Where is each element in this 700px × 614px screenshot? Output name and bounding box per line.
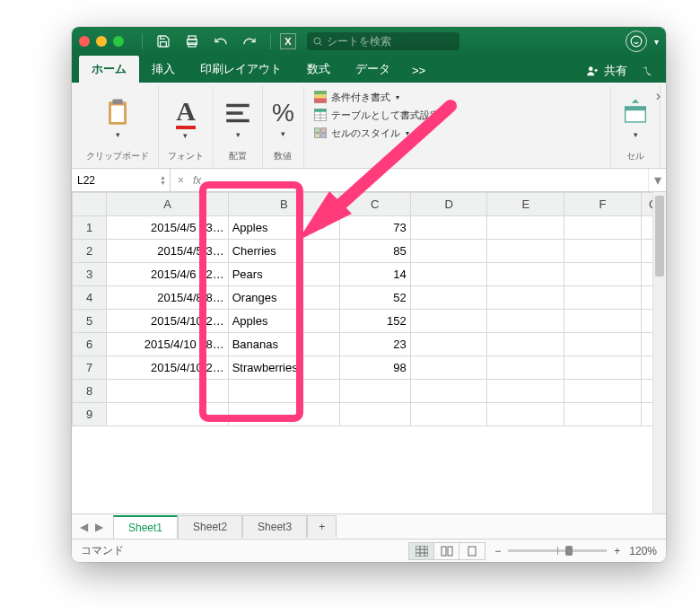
cell[interactable]: [564, 240, 642, 263]
cell[interactable]: [410, 333, 487, 356]
cell[interactable]: [410, 216, 487, 240]
chevron-down-icon[interactable]: ▾: [654, 37, 659, 47]
zoom-button[interactable]: [113, 36, 124, 47]
cell[interactable]: 2015/4/10 2…: [107, 356, 228, 380]
zoom-slider[interactable]: − +: [494, 545, 620, 557]
paste-button[interactable]: ▾: [102, 98, 133, 139]
row-header[interactable]: 9: [73, 403, 107, 426]
cell[interactable]: [410, 310, 487, 333]
cell[interactable]: [564, 263, 642, 286]
cell[interactable]: [228, 403, 339, 426]
view-normal-icon[interactable]: [409, 543, 434, 559]
col-header[interactable]: A: [107, 193, 228, 216]
zoom-in-button[interactable]: +: [614, 545, 620, 557]
row-header[interactable]: 6: [73, 333, 107, 356]
cell[interactable]: Apples: [228, 216, 339, 240]
redo-icon[interactable]: [238, 32, 261, 50]
cell[interactable]: [564, 356, 642, 380]
cell[interactable]: Apples: [228, 310, 339, 333]
cell[interactable]: [487, 380, 564, 403]
select-all-corner[interactable]: [73, 193, 107, 216]
cell[interactable]: Pears: [228, 263, 339, 286]
cell[interactable]: [487, 356, 564, 380]
cell[interactable]: [564, 333, 642, 356]
minimize-button[interactable]: [96, 36, 107, 47]
cell[interactable]: Oranges: [228, 286, 339, 310]
sheet-tab-3[interactable]: Sheet3: [242, 515, 307, 538]
sheet-tab-add[interactable]: +: [307, 515, 337, 538]
cell[interactable]: [487, 310, 564, 333]
row-header[interactable]: 7: [73, 356, 107, 380]
formula-bar[interactable]: × fx: [171, 169, 648, 191]
cell[interactable]: [107, 403, 228, 426]
cell[interactable]: [410, 403, 487, 426]
cell[interactable]: 23: [339, 333, 410, 356]
close-button[interactable]: [79, 36, 90, 47]
sheet-tab-1[interactable]: Sheet1: [113, 515, 178, 539]
sheet-tab-2[interactable]: Sheet2: [178, 515, 242, 538]
cell[interactable]: [564, 286, 642, 310]
cell[interactable]: 98: [339, 356, 410, 380]
row-header[interactable]: 8: [73, 380, 107, 403]
conditional-format-button[interactable]: 条件付き書式▾: [313, 90, 449, 104]
cell[interactable]: 14: [339, 263, 410, 286]
row-header[interactable]: 5: [73, 310, 107, 333]
search-input[interactable]: シートを検索: [307, 32, 459, 50]
sheet-nav-next[interactable]: ▶: [92, 521, 106, 533]
cell[interactable]: [410, 286, 487, 310]
cell[interactable]: 152: [339, 310, 410, 333]
cell-styles-button[interactable]: セルのスタイル▾: [313, 126, 449, 140]
cell[interactable]: 2015/4/5 3…: [107, 240, 228, 263]
cell[interactable]: [487, 403, 564, 426]
cell[interactable]: 2015/4/6 12…: [107, 263, 228, 286]
print-icon[interactable]: [180, 32, 204, 50]
tab-home[interactable]: ホーム: [79, 56, 139, 83]
cell[interactable]: [410, 263, 487, 286]
cell[interactable]: [339, 403, 410, 426]
profile-button[interactable]: [626, 31, 647, 52]
view-page-break-icon[interactable]: [459, 543, 485, 559]
cell[interactable]: [107, 380, 228, 403]
zoom-level[interactable]: 120%: [629, 545, 657, 557]
cell[interactable]: [410, 380, 487, 403]
cell[interactable]: [564, 216, 642, 240]
row-header[interactable]: 2: [73, 240, 107, 263]
col-header[interactable]: B: [228, 193, 339, 216]
name-box-stepper[interactable]: ▲▼: [160, 175, 166, 186]
cell[interactable]: 2015/4/8 8…: [107, 286, 228, 310]
cell[interactable]: 73: [339, 216, 410, 240]
tab-formulas[interactable]: 数式: [294, 56, 343, 83]
cell[interactable]: [339, 380, 410, 403]
row-header[interactable]: 1: [73, 216, 107, 240]
col-header[interactable]: D: [410, 193, 487, 216]
cells-button[interactable]: ▾: [620, 98, 651, 139]
share-button[interactable]: 共有: [604, 63, 627, 79]
row-header[interactable]: 3: [73, 263, 107, 286]
tab-data[interactable]: データ: [343, 56, 403, 83]
cell[interactable]: [410, 240, 487, 263]
align-button[interactable]: ▾: [223, 98, 253, 139]
cell[interactable]: 85: [339, 240, 410, 263]
col-header[interactable]: C: [339, 193, 410, 216]
cell[interactable]: [487, 286, 564, 310]
formula-expand-icon[interactable]: ▾: [648, 169, 666, 191]
cell[interactable]: [487, 240, 564, 263]
chevron-right-icon[interactable]: ›: [656, 88, 661, 104]
save-icon[interactable]: [152, 32, 175, 50]
col-header[interactable]: E: [487, 193, 564, 216]
name-box[interactable]: L22 ▲▼: [72, 169, 171, 191]
row-header[interactable]: 4: [73, 286, 107, 310]
sheet-nav-prev[interactable]: ◀: [77, 521, 91, 533]
col-header[interactable]: F: [564, 193, 642, 216]
cell[interactable]: 52: [339, 286, 410, 310]
cell[interactable]: Cherries: [228, 240, 339, 263]
tab-insert[interactable]: 挿入: [139, 56, 188, 83]
cell[interactable]: Strawberries: [228, 356, 339, 380]
cell[interactable]: [487, 263, 564, 286]
zoom-out-button[interactable]: −: [494, 545, 501, 557]
cell[interactable]: [487, 216, 564, 240]
cell[interactable]: [410, 356, 487, 380]
cell[interactable]: [228, 380, 339, 403]
cell[interactable]: 2015/4/10 18…: [107, 333, 228, 356]
view-page-layout-icon[interactable]: [434, 543, 459, 559]
